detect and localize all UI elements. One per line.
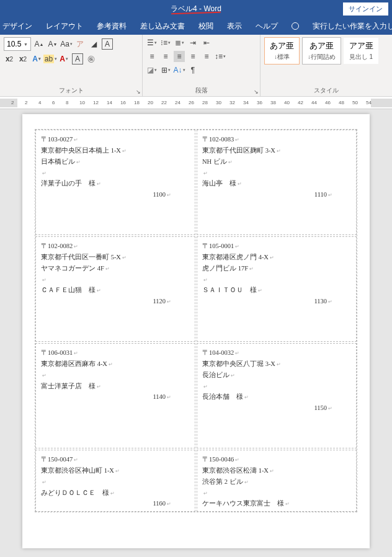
- phonetic-icon[interactable]: ア: [74, 38, 86, 50]
- bullets-icon[interactable]: ☰▾: [146, 37, 158, 48]
- align-justify-icon[interactable]: ≡: [174, 51, 185, 62]
- title-bar: ラベル4 - Word サインイン: [0, 0, 392, 17]
- label-cell[interactable]: 〒106-0031東京都港区西麻布 4-X富士洋菓子店 様1140: [35, 343, 195, 448]
- para-dialog-launcher[interactable]: ↘: [254, 89, 259, 95]
- char-border-icon[interactable]: A: [102, 38, 113, 50]
- change-case-icon[interactable]: Aa▾: [61, 38, 72, 50]
- text-effect-icon[interactable]: A▾: [31, 53, 42, 65]
- numbering-icon[interactable]: ⁝≡▾: [160, 37, 171, 48]
- label-cell[interactable]: 〒102-0082東京都千代田区一番町 5-Xヤマネコガーデン 4FＣＡＦＥ山猫…: [35, 236, 195, 342]
- sort-icon[interactable]: A↓▾: [174, 65, 185, 76]
- label-cell[interactable]: 〒103-0027東京都中央区日本橋上 1-X日本橋ビル洋菓子山の手 様1100: [35, 130, 195, 235]
- styles-group: あア亜 ↓標準 あア亜 ↓行間詰め アア亜 見出し 1 スタイル: [261, 35, 392, 96]
- label-cell[interactable]: 〒105-0001東京都港区虎ノ門 4-X虎ノ門ビル 17FＳＡＩＴＯＵ 様11…: [197, 236, 357, 342]
- style-normal[interactable]: あア亜 ↓標準: [264, 37, 300, 65]
- style-heading1[interactable]: アア亜 見出し 1: [344, 38, 378, 64]
- show-marks-icon[interactable]: ¶: [187, 65, 198, 76]
- subscript-icon[interactable]: x2: [4, 53, 15, 65]
- document-area: 2246810121416182022242628303234363840424…: [0, 97, 392, 557]
- tab-view[interactable]: 表示: [227, 21, 242, 32]
- tab-help[interactable]: ヘルプ: [256, 21, 278, 32]
- font-size-combo[interactable]: 10.5▼: [4, 37, 31, 51]
- paragraph-group: ☰▾ ⁝≡▾ ≣▾ ⇥ ⇤ ≡ ≡ ≡ ≡ ≡ ↕≡▾ ◪▾ ⊞▾ A↓▾ ¶ …: [143, 35, 261, 96]
- highlight-icon[interactable]: ab▾: [45, 53, 56, 65]
- align-dist-icon[interactable]: ≡: [201, 51, 212, 62]
- indent-inc-icon[interactable]: ⇥: [187, 37, 198, 48]
- page: 〒103-0027東京都中央区日本橋上 1-X日本橋ビル洋菓子山の手 様1100…: [22, 114, 370, 548]
- tell-me[interactable]: 実行したい作業を入力してくだ: [292, 21, 392, 32]
- shading-icon[interactable]: ◪▾: [146, 65, 158, 76]
- align-center-icon[interactable]: ≡: [160, 51, 171, 62]
- label-cell[interactable]: 〒102-0083東京都千代田区麹町 3-XNH ビル海山亭 様1110: [197, 130, 357, 235]
- tab-review[interactable]: 校閲: [198, 21, 213, 32]
- font-group: 10.5▼ A▲ A▼ Aa▾ ア ◢ A x2 x2 A▾ ab▾ A▾ A …: [0, 35, 143, 96]
- menu-bar: デザイン レイアウト 参考資料 差し込み文書 校閲 表示 ヘルプ 実行したい作業…: [0, 17, 392, 35]
- line-spacing-icon[interactable]: ↕≡▾: [215, 51, 226, 62]
- para-group-label: 段落: [143, 86, 260, 95]
- font-group-label: フォント: [0, 86, 142, 95]
- tab-layout[interactable]: レイアウト: [46, 21, 83, 32]
- signin-button[interactable]: サインイン: [343, 2, 388, 16]
- multilevel-icon[interactable]: ≣▾: [174, 37, 185, 48]
- label-cell[interactable]: 〒150-0047東京都渋谷区神山町 1-XみどりＤＯＬＣＥ 様1160: [35, 450, 195, 512]
- horizontal-ruler[interactable]: 2246810121416182022242628303234363840424…: [0, 97, 392, 109]
- enclose-char-icon[interactable]: ㊑: [86, 53, 97, 65]
- align-right-icon[interactable]: ≡: [187, 51, 198, 62]
- align-left-icon[interactable]: ≡: [146, 51, 158, 62]
- font-dialog-launcher[interactable]: ↘: [136, 89, 141, 95]
- char-shading-icon[interactable]: A: [72, 53, 83, 65]
- bulb-icon: [292, 22, 299, 30]
- grow-font-icon[interactable]: A▲: [33, 38, 45, 50]
- shrink-font-icon[interactable]: A▼: [47, 38, 58, 50]
- tab-design[interactable]: デザイン: [2, 21, 32, 32]
- style-group-label: スタイル: [261, 86, 392, 95]
- font-color-icon[interactable]: A▾: [58, 53, 69, 65]
- tab-references[interactable]: 参考資料: [97, 21, 127, 32]
- indent-dec-icon[interactable]: ⇤: [201, 37, 212, 48]
- superscript-icon[interactable]: x2: [17, 53, 29, 65]
- clear-format-icon[interactable]: ◢: [88, 38, 99, 50]
- style-nospacing[interactable]: あア亜 ↓行間詰め: [302, 37, 341, 65]
- tab-mailings[interactable]: 差し込み文書: [140, 21, 185, 32]
- label-cell[interactable]: 〒150-0046東京都渋谷区松濤 1-X渋谷第 2 ビルケーキハウス東京富士 …: [197, 450, 357, 512]
- borders-icon[interactable]: ⊞▾: [160, 65, 171, 76]
- label-cell[interactable]: 〒104-0032東京都中央区八丁堀 3-X長治ビル長治本舗 様1150: [197, 343, 357, 448]
- label-grid: 〒103-0027東京都中央区日本橋上 1-X日本橋ビル洋菓子山の手 様1100…: [35, 129, 357, 512]
- ribbon: 10.5▼ A▲ A▼ Aa▾ ア ◢ A x2 x2 A▾ ab▾ A▾ A …: [0, 35, 392, 97]
